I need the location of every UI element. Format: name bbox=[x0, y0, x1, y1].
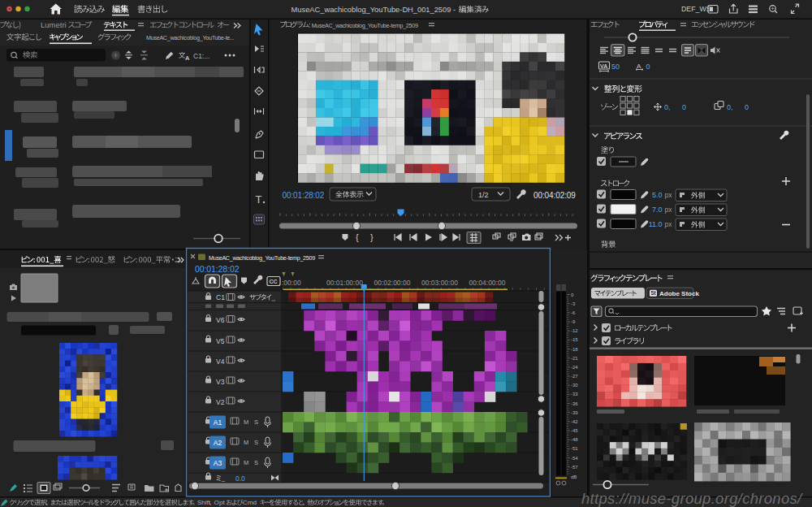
svg-text:-12: -12 bbox=[571, 328, 578, 333]
svg-text:0,: 0, bbox=[664, 103, 671, 111]
svg-text:0: 0 bbox=[682, 103, 686, 111]
svg-text:C1:...: C1:... bbox=[193, 52, 209, 60]
svg-text:Adobe Stock: Adobe Stock bbox=[659, 290, 699, 297]
svg-text:-57: -57 bbox=[571, 465, 578, 470]
svg-text:M: M bbox=[244, 459, 248, 466]
svg-text:VA: VA bbox=[600, 63, 607, 69]
svg-text:-48: -48 bbox=[571, 437, 578, 442]
svg-text:px: px bbox=[665, 220, 673, 228]
svg-text:MuseAC_wachicoblog_YouTube-te.: MuseAC_wachicoblog_YouTube-te... bbox=[146, 34, 234, 41]
svg-text:00:02:00:00: 00:02:00:00 bbox=[374, 279, 411, 287]
svg-text:-30: -30 bbox=[571, 383, 578, 388]
svg-text:V4: V4 bbox=[216, 358, 225, 366]
svg-text:px: px bbox=[665, 206, 673, 214]
svg-text:-3: -3 bbox=[571, 301, 576, 306]
svg-text:50: 50 bbox=[611, 63, 620, 71]
svg-text:DEF_WS: DEF_WS bbox=[681, 5, 711, 13]
svg-text:11.0: 11.0 bbox=[649, 220, 663, 228]
svg-text:A1: A1 bbox=[214, 418, 222, 427]
svg-text:1/2: 1/2 bbox=[478, 191, 489, 199]
svg-text:A3: A3 bbox=[214, 459, 222, 467]
svg-text:0,: 0, bbox=[727, 103, 733, 111]
svg-text:Lumetri: Lumetri bbox=[41, 20, 67, 29]
svg-text:7.0: 7.0 bbox=[652, 206, 663, 214]
svg-text:V2: V2 bbox=[216, 398, 225, 406]
svg-text:-54: -54 bbox=[571, 456, 578, 461]
svg-text:M: M bbox=[244, 439, 248, 446]
svg-text:px: px bbox=[665, 191, 673, 199]
svg-text:00:01:28:02: 00:01:28:02 bbox=[283, 191, 325, 200]
svg-text:V5: V5 bbox=[216, 337, 225, 345]
svg-text:Shift: Shift bbox=[197, 499, 211, 506]
svg-text:C1: C1 bbox=[216, 293, 225, 301]
svg-text:00:04:00:00: 00:04:00:00 bbox=[469, 279, 506, 287]
svg-text:-45: -45 bbox=[571, 428, 578, 433]
svg-text:V6: V6 bbox=[216, 316, 225, 324]
svg-text:-42: -42 bbox=[571, 419, 578, 424]
svg-text:T: T bbox=[256, 193, 262, 206]
svg-text:-24: -24 bbox=[571, 365, 578, 370]
svg-text:A: A bbox=[185, 54, 190, 62]
svg-text:Opt: Opt bbox=[214, 499, 226, 506]
svg-text::00:00: :00:00 bbox=[282, 279, 301, 287]
svg-text:-39: -39 bbox=[571, 410, 578, 415]
svg-text:MuseAC_wachicoblog_YouTube-tem: MuseAC_wachicoblog_YouTube-temp_2509 bbox=[209, 254, 315, 262]
svg-text:00:01:00:00: 00:01:00:00 bbox=[326, 279, 363, 287]
svg-text:-9: -9 bbox=[571, 319, 576, 324]
svg-text:-6: -6 bbox=[571, 310, 576, 315]
svg-text:-21: -21 bbox=[571, 356, 578, 361]
svg-text:https://muse-group.org/chronos: https://muse-group.org/chronos/ bbox=[581, 490, 803, 507]
svg-text:0: 0 bbox=[646, 63, 650, 71]
svg-text:-18: -18 bbox=[571, 347, 578, 352]
svg-text:S: S bbox=[254, 439, 258, 446]
svg-text:A2: A2 bbox=[214, 439, 222, 447]
svg-text:-33: -33 bbox=[571, 392, 578, 396]
svg-text:5.0: 5.0 bbox=[652, 191, 663, 199]
svg-text:}: } bbox=[370, 232, 374, 242]
svg-text:S: S bbox=[254, 418, 258, 426]
svg-text:-27: -27 bbox=[571, 374, 578, 379]
svg-text:S: S bbox=[254, 459, 258, 466]
svg-text:A: A bbox=[637, 63, 641, 70]
svg-text:00:03:00:00: 00:03:00:00 bbox=[421, 279, 458, 287]
svg-text:MuseAC_wachicoblog_YouTube-DH_: MuseAC_wachicoblog_YouTube-DH_001_2509 - bbox=[292, 6, 456, 14]
svg-text:CC: CC bbox=[270, 279, 278, 284]
svg-text:00:04:02:09: 00:04:02:09 bbox=[533, 191, 576, 200]
svg-text:dB: dB bbox=[571, 474, 577, 479]
svg-text:M: M bbox=[244, 418, 248, 426]
svg-text:-51: -51 bbox=[571, 446, 578, 451]
svg-text:0: 0 bbox=[745, 103, 749, 111]
svg-text:-15: -15 bbox=[571, 337, 578, 342]
svg-text:Cmd: Cmd bbox=[243, 499, 257, 506]
svg-text:{: { bbox=[356, 232, 359, 242]
svg-text:V3: V3 bbox=[216, 378, 225, 386]
svg-text:+: + bbox=[771, 6, 775, 11]
svg-text:St: St bbox=[650, 290, 656, 296]
svg-text:MuseAC_wachicoblog_YouTube-tem: MuseAC_wachicoblog_YouTube-temp_2509 bbox=[312, 22, 418, 29]
svg-text:00:01:28:02: 00:01:28:02 bbox=[195, 264, 240, 274]
svg-text:0.0: 0.0 bbox=[235, 474, 245, 483]
svg-text:-36: -36 bbox=[571, 401, 578, 406]
